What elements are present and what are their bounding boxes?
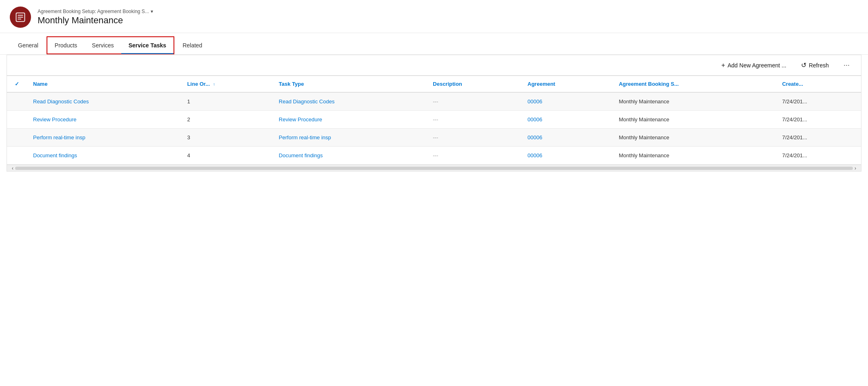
table-row: Perform real-time insp 3 Perform real-ti… bbox=[7, 129, 861, 147]
row-description: --- bbox=[426, 147, 521, 165]
table-row: Review Procedure 2 Review Procedure --- … bbox=[7, 111, 861, 129]
row-agreement[interactable]: 00006 bbox=[521, 111, 612, 129]
tab-general[interactable]: General bbox=[10, 36, 47, 54]
col-task-type[interactable]: Task Type bbox=[272, 76, 426, 92]
scroll-right-arrow[interactable]: › bbox=[853, 165, 858, 171]
row-agreement[interactable]: 00006 bbox=[521, 129, 612, 147]
tab-related[interactable]: Related bbox=[174, 36, 210, 54]
row-agreement-booking: Monthly Maintenance bbox=[612, 147, 776, 165]
row-name[interactable]: Read Diagnostic Codes bbox=[27, 92, 180, 111]
col-created[interactable]: Create... bbox=[776, 76, 861, 92]
col-description[interactable]: Description bbox=[426, 76, 521, 92]
table-body: Read Diagnostic Codes 1 Read Diagnostic … bbox=[7, 92, 861, 165]
header-text: Agreement Booking Setup: Agreement Booki… bbox=[38, 9, 153, 26]
row-check[interactable] bbox=[7, 92, 27, 111]
toolbar: + Add New Agreement ... ↺ Refresh ··· bbox=[7, 55, 861, 76]
row-task-type[interactable]: Read Diagnostic Codes bbox=[272, 92, 426, 111]
row-description: --- bbox=[426, 129, 521, 147]
row-agreement[interactable]: 00006 bbox=[521, 147, 612, 165]
agreement-booking-icon bbox=[15, 11, 26, 23]
tab-products[interactable]: Products bbox=[47, 37, 85, 54]
scrollbar-track[interactable] bbox=[15, 167, 853, 170]
col-name[interactable]: Name bbox=[27, 76, 180, 92]
service-tasks-table: ✓ Name Line Or... ↑ Task Type Descriptio… bbox=[7, 76, 861, 165]
row-agreement-booking: Monthly Maintenance bbox=[612, 92, 776, 111]
table-container: ✓ Name Line Or... ↑ Task Type Descriptio… bbox=[7, 76, 861, 165]
breadcrumb-chevron[interactable]: ▾ bbox=[151, 9, 153, 14]
row-created: 7/24/201... bbox=[776, 147, 861, 165]
table-row: Document findings 4 Document findings --… bbox=[7, 147, 861, 165]
row-line-order: 1 bbox=[180, 92, 272, 111]
row-task-type[interactable]: Perform real-time insp bbox=[272, 129, 426, 147]
row-name[interactable]: Perform real-time insp bbox=[27, 129, 180, 147]
breadcrumb: Agreement Booking Setup: Agreement Booki… bbox=[38, 9, 153, 14]
tab-service-tasks[interactable]: Service Tasks bbox=[121, 37, 174, 54]
row-check[interactable] bbox=[7, 147, 27, 165]
row-task-type[interactable]: Document findings bbox=[272, 147, 426, 165]
scroll-left-arrow[interactable]: ‹ bbox=[10, 165, 15, 171]
row-check[interactable] bbox=[7, 129, 27, 147]
tab-bar: General Products Services Service Tasks … bbox=[0, 36, 868, 55]
table-row: Read Diagnostic Codes 1 Read Diagnostic … bbox=[7, 92, 861, 111]
row-agreement-booking: Monthly Maintenance bbox=[612, 111, 776, 129]
app-icon bbox=[10, 7, 31, 28]
row-name[interactable]: Document findings bbox=[27, 147, 180, 165]
row-description: --- bbox=[426, 111, 521, 129]
refresh-icon: ↺ bbox=[801, 61, 806, 69]
add-icon: + bbox=[721, 62, 725, 69]
refresh-button[interactable]: ↺ Refresh bbox=[798, 60, 832, 71]
row-agreement-booking: Monthly Maintenance bbox=[612, 129, 776, 147]
horizontal-scrollbar[interactable]: ‹ › bbox=[7, 165, 861, 171]
col-check[interactable]: ✓ bbox=[7, 76, 27, 92]
page-title: Monthly Maintenance bbox=[38, 15, 153, 26]
content-area: + Add New Agreement ... ↺ Refresh ··· ✓ … bbox=[7, 55, 861, 172]
row-created: 7/24/201... bbox=[776, 111, 861, 129]
sort-icon: ↑ bbox=[213, 82, 215, 87]
add-new-button[interactable]: + Add New Agreement ... bbox=[718, 60, 790, 71]
col-agreement-booking[interactable]: Agreement Booking S... bbox=[612, 76, 776, 92]
row-task-type[interactable]: Review Procedure bbox=[272, 111, 426, 129]
page-header: Agreement Booking Setup: Agreement Booki… bbox=[0, 0, 868, 33]
col-agreement[interactable]: Agreement bbox=[521, 76, 612, 92]
add-new-label: Add New Agreement ... bbox=[728, 62, 786, 69]
row-agreement[interactable]: 00006 bbox=[521, 92, 612, 111]
refresh-label: Refresh bbox=[809, 62, 829, 69]
row-name[interactable]: Review Procedure bbox=[27, 111, 180, 129]
row-line-order: 2 bbox=[180, 111, 272, 129]
row-line-order: 3 bbox=[180, 129, 272, 147]
tab-border-group: Products Services Service Tasks bbox=[47, 36, 174, 54]
row-description: --- bbox=[426, 92, 521, 111]
breadcrumb-text: Agreement Booking Setup: Agreement Booki… bbox=[38, 9, 149, 14]
header-row: ✓ Name Line Or... ↑ Task Type Descriptio… bbox=[7, 76, 861, 92]
row-line-order: 4 bbox=[180, 147, 272, 165]
row-check[interactable] bbox=[7, 111, 27, 129]
tab-services[interactable]: Services bbox=[85, 37, 121, 54]
col-line-order[interactable]: Line Or... ↑ bbox=[180, 76, 272, 92]
table-header: ✓ Name Line Or... ↑ Task Type Descriptio… bbox=[7, 76, 861, 92]
more-icon: ··· bbox=[844, 61, 850, 69]
row-created: 7/24/201... bbox=[776, 129, 861, 147]
more-options-button[interactable]: ··· bbox=[840, 59, 853, 71]
row-created: 7/24/201... bbox=[776, 92, 861, 111]
